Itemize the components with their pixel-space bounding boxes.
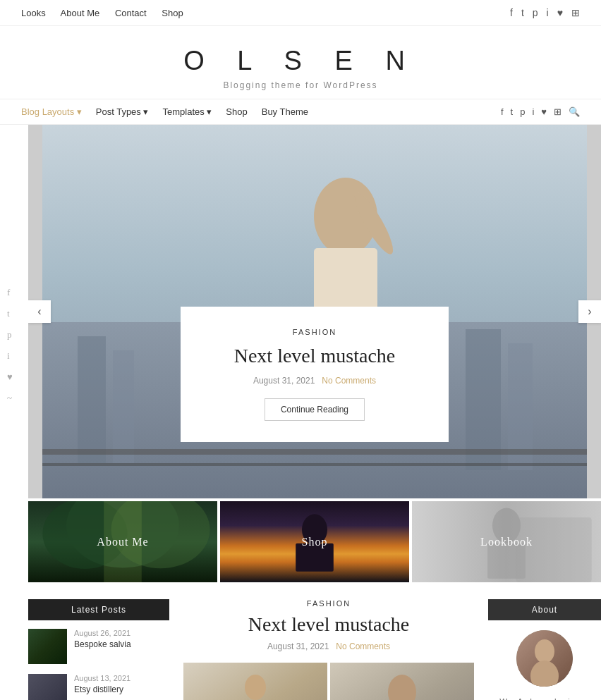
sidebar-instagram-icon[interactable]: i [7,350,13,362]
nav-rss-icon[interactable]: ⊞ [554,106,561,117]
heart-icon[interactable]: ♥ [557,7,563,18]
hero-meta: August 31, 2021 No Comments [216,376,413,386]
article-comments[interactable]: No Comments [336,641,390,651]
post-date: August 13, 2021 [74,674,130,682]
sidebar-rss-icon[interactable]: ~ [7,393,13,404]
slider-next-button[interactable]: › [578,300,601,323]
category-lookbook-label: Lookbook [480,536,533,548]
topnav-shop[interactable]: Shop [162,8,183,18]
latest-posts-heading: Latest Posts [28,599,169,620]
nav-templates[interactable]: Templates ▾ [162,106,212,117]
post-thumbnail [28,674,67,700]
top-bar: Looks About Me Contact Shop f t p i ♥ ⊞ [0,0,601,26]
top-bar-nav: Looks About Me Contact Shop [21,8,196,18]
hero-category: Fashion [216,328,413,336]
three-col-layout: Latest Posts August 26, 2021 Bespoke sal… [28,585,601,700]
svg-rect-3 [113,350,134,463]
center-article: Fashion Next level mustache August 31, 2… [183,599,474,700]
site-title: O L S E N [0,46,601,76]
article-meta: August 31, 2021 No Comments [183,641,474,651]
site-header: O L S E N Blogging theme for WordPress [0,26,601,99]
top-bar-social-icons: f t p i ♥ ⊞ [510,7,580,18]
article-image-1 [183,663,327,700]
nav-heart-icon[interactable]: ♥ [541,106,547,117]
rss-icon[interactable]: ⊞ [571,7,580,18]
topnav-contact[interactable]: Contact [115,8,147,18]
about-avatar [516,630,573,687]
topnav-about[interactable]: About Me [61,8,100,18]
facebook-icon[interactable]: f [510,7,513,18]
nav-blog-layouts[interactable]: Blog Layouts ▾ [21,106,82,117]
hero-card: Fashion Next level mustache August 31, 2… [181,307,449,442]
about-bio: Wes Anderson banjo you probably haven't … [488,695,601,700]
post-date: August 26, 2021 [74,629,131,637]
svg-rect-6 [42,449,587,455]
post-info: August 26, 2021 Bespoke salvia [74,629,131,650]
sidebar-facebook-icon[interactable]: f [7,287,13,298]
hero-slider: Fashion Next level mustache August 31, 2… [28,125,601,498]
sidebar-twitter-icon[interactable]: t [7,308,13,319]
post-thumbnail [28,629,67,664]
article-date: August 31, 2021 [267,641,329,651]
nav-instagram-icon[interactable]: i [532,106,534,117]
category-grid: About Me [28,501,601,582]
sidebar-pinterest-icon[interactable]: p [7,329,13,340]
nav-search-icon[interactable]: 🔍 [569,106,580,117]
post-title[interactable]: Etsy distillery [74,684,123,694]
article-category: Fashion [183,599,474,608]
nav-pinterest-icon[interactable]: p [520,106,525,117]
hero-date: August 31, 2021 [253,376,315,386]
avatar-image [516,630,573,687]
hero-cta-button[interactable]: Continue Reading [265,398,365,421]
category-lookbook-card[interactable]: Lookbook [412,501,601,582]
category-shop-label: Shop [302,536,328,548]
nav-buy-theme[interactable]: Buy Theme [262,106,308,117]
post-title[interactable]: Bespoke salvia [74,639,131,649]
twitter-icon[interactable]: t [521,7,524,18]
about-widget-heading: About [488,599,601,620]
hero-comments[interactable]: No Comments [322,376,376,386]
pinterest-icon[interactable]: p [533,7,538,18]
list-item: August 26, 2021 Bespoke salvia [28,629,169,664]
topnav-looks[interactable]: Looks [21,8,46,18]
category-about-card[interactable]: About Me [28,501,217,582]
hero-title: Next level mustache [216,343,413,369]
nav-shop[interactable]: Shop [226,106,247,117]
article-title: Next level mustache [183,613,474,636]
article-image-2 [330,663,474,700]
list-item: August 13, 2021 Etsy distillery [28,674,169,700]
svg-rect-2 [78,336,106,463]
social-sidebar: f t p i ♥ ~ [7,287,13,404]
main-nav: Blog Layouts ▾ Post Types ▾ Templates ▾ … [0,99,601,125]
svg-rect-7 [42,463,587,466]
main-nav-right: f t p i ♥ ⊞ 🔍 [501,106,580,117]
article-photo-1 [183,663,327,700]
slider-prev-button[interactable]: ‹ [28,300,51,323]
about-widget: About [488,599,601,700]
site-tagline: Blogging theme for WordPress [0,80,601,90]
post-info: August 13, 2021 Etsy distillery [74,674,130,695]
svg-rect-25 [516,517,591,582]
instagram-icon[interactable]: i [547,7,549,18]
svg-point-38 [535,639,554,663]
nav-facebook-icon[interactable]: f [501,106,504,117]
category-shop-card[interactable]: Shop [220,501,409,582]
main-nav-left: Blog Layouts ▾ Post Types ▾ Templates ▾ … [21,106,308,117]
sidebar-heart-icon[interactable]: ♥ [7,372,13,383]
nav-post-types[interactable]: Post Types ▾ [96,106,149,117]
nav-twitter-icon[interactable]: t [511,106,514,117]
article-images [183,663,474,700]
category-about-label: About Me [97,536,148,548]
article-photo-2 [330,663,474,700]
svg-point-27 [245,675,266,700]
latest-posts-sidebar: Latest Posts August 26, 2021 Bespoke sal… [28,599,169,700]
